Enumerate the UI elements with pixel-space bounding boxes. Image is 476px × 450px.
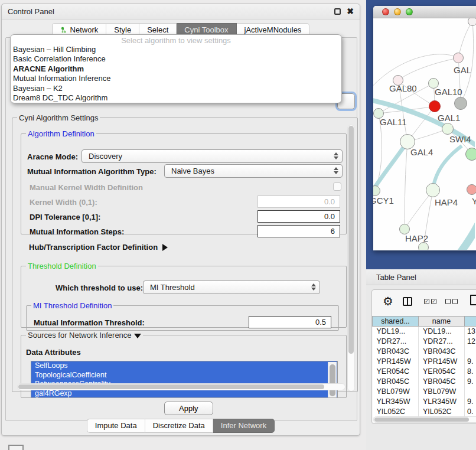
cyni-algorithm-settings-group: Cyni Algorithm Settings Algorithm Defini… [12,113,358,392]
table-panel-title: Table Panel [376,273,416,282]
settings-hscroll-thumb[interactable] [18,384,324,389]
close-traffic-light-icon[interactable] [382,8,389,15]
node-label: GCY1 [373,195,394,206]
node-label: GAL4 [410,147,433,157]
sources-title[interactable]: Sources for Network Inference [26,331,143,340]
which-threshold-label: Which threshold to use: [56,283,143,292]
table-row[interactable]: YBR043CYBR043C [373,347,476,357]
dropdown-item[interactable]: Bayesian – K2 [11,84,341,93]
node-label: GAL1 [438,113,460,123]
list-item[interactable]: TopologicalCoefficient [31,371,337,380]
kernel-width-input[interactable]: 0.0 [257,195,340,208]
network-view-window: GAL GAL80 GAL10 GAL1 SWI4 GAL11 GAL4 GCY… [373,6,476,250]
combo-spinner-icon [311,283,316,291]
network-window-titlebar [373,6,476,18]
float-window-icon[interactable] [334,8,341,15]
list-scrollbar [328,362,337,398]
dropdown-item[interactable]: Dream8 DC_TDC Algorithm [11,93,341,103]
list-scrollbar-thumb[interactable] [330,364,335,396]
dropdown-placeholder: Select algorithm to view settings [11,36,341,45]
data-attributes-label: Data Attributes [26,348,81,357]
table-row[interactable]: YIL052CYIL052C0. [373,407,476,417]
manual-kernel-width-label: Manual Kernel Width Definition [30,183,143,192]
table-row[interactable]: YER054CYER054C8. [373,367,476,377]
show-columns-icon[interactable]: ✓✓ [424,299,436,304]
mi-algorithm-type-combobox[interactable]: Naive Bayes [164,164,343,178]
desktop-background: GAL GAL80 GAL10 GAL1 SWI4 GAL11 GAL4 GCY… [366,0,476,269]
network-node[interactable] [468,18,476,26]
algorithm-definition-title: Algorithm Definition [26,129,96,138]
mi-steps-label: Mutual Information Steps: [30,227,124,236]
collapsed-arrow-icon [162,244,168,251]
hide-columns-icon[interactable] [445,299,458,304]
network-canvas[interactable]: GAL GAL80 GAL10 GAL1 SWI4 GAL11 GAL4 GCY… [373,18,476,250]
mi-steps-input[interactable]: 6 [257,225,340,237]
network-node[interactable] [453,53,464,63]
panel-title: Control Panel [8,7,54,16]
node-label: GAL [454,65,471,75]
column-header-shared-name[interactable]: shared... [373,317,419,327]
table-horizontal-scrollbar [373,416,476,423]
node-table: shared... name A YDL19...YDL19...13 YDR2… [372,316,476,417]
tab-discretize-data[interactable]: Discretize Data [145,419,213,433]
data-attributes-list: SelfLoops TopologicalCoefficient Between… [31,361,338,398]
apply-button[interactable]: Apply [164,402,213,415]
manual-kernel-width-checkbox[interactable] [333,182,341,191]
network-node[interactable] [442,123,454,135]
algorithm-dropdown-popup: Select algorithm to view settings Bayesi… [10,34,342,103]
zoom-traffic-light-icon[interactable] [406,8,413,15]
document-icon[interactable] [470,295,476,305]
gear-icon[interactable]: ⚙ [383,295,393,307]
which-threshold-combobox[interactable]: MI Threshold [143,281,320,294]
split-columns-icon[interactable] [403,297,412,306]
dpi-tolerance-input[interactable]: 0.0 [257,210,340,223]
combo-spinner-icon [334,167,338,174]
aracne-mode-combobox[interactable]: Discovery [81,149,343,163]
table-hscroll-thumb[interactable] [374,418,469,422]
mi-threshold-group: MI Threshold Definition Mutual Informati… [26,301,339,331]
hub-definition-expander[interactable]: Hub/Transcription Factor Definition [29,243,168,252]
algorithm-definition-group: Algorithm Definition Aracne Mode: Discov… [21,129,347,234]
network-node[interactable] [465,148,476,161]
node-label: HAP2 [405,233,428,243]
table-panel-region: Table Panel ⚙ ✓✓ shared... name A YDL19.… [366,269,476,450]
list-item[interactable]: gal4RGexp [31,389,337,398]
node-label: HAP4 [435,197,458,207]
mi-algorithm-type-label: Mutual Information Algorithm Type: [27,167,157,176]
close-icon[interactable]: ✖ [347,8,354,15]
dropdown-item[interactable]: Basic Correlation Inference [11,54,341,64]
settings-horizontal-scrollbar [17,383,345,390]
node-label: GAL80 [389,83,417,93]
list-item[interactable]: SelfLoops [31,361,337,371]
settings-vertical-scrollbar [347,125,355,392]
dpi-tolerance-label: DPI Tolerance [0,1]: [30,213,100,221]
minimize-traffic-light-icon[interactable] [394,8,401,15]
table-row[interactable]: YBL079WYBL079W [373,387,476,397]
dropdown-item[interactable]: Mutual Information Inference [11,74,341,83]
settings-vscroll-thumb[interactable] [348,126,354,354]
node-label: SWI4 [449,134,471,144]
network-node[interactable] [426,183,440,197]
table-row[interactable]: YDR27...YDR27...12 [373,337,476,347]
network-node[interactable] [467,184,476,195]
table-row[interactable]: YPR145WYPR145W9. [373,357,476,367]
docked-panel-icon[interactable] [8,445,24,450]
network-node[interactable] [454,97,467,110]
table-panel-body: ⚙ ✓✓ shared... name A YDL19...YDL19...13… [371,289,476,424]
dropdown-item-selected[interactable]: ARACNE Algorithm [11,64,341,74]
node-label: Y [472,196,476,206]
table-panel-titlebar: Table Panel [366,269,476,285]
dropdown-item[interactable]: Bayesian – Hill Climbing [11,45,341,54]
table-toolbar: ⚙ ✓✓ [372,290,476,316]
network-node-selected[interactable] [429,100,441,112]
column-header-name[interactable]: name [419,317,465,327]
table-row[interactable]: YBR045CYBR045C9. [373,377,476,387]
column-header-partial[interactable]: A [465,317,476,327]
tab-infer-network[interactable]: Infer Network [213,419,275,433]
node-label: GAL10 [435,87,462,97]
tab-impute-data[interactable]: Impute Data [87,419,145,433]
table-row[interactable]: YLR345WYLR345W9. [373,397,476,407]
network-icon [60,27,67,34]
table-row[interactable]: YDL19...YDL19...13 [373,327,476,337]
mi-threshold-input[interactable]: 0.5 [249,316,331,328]
